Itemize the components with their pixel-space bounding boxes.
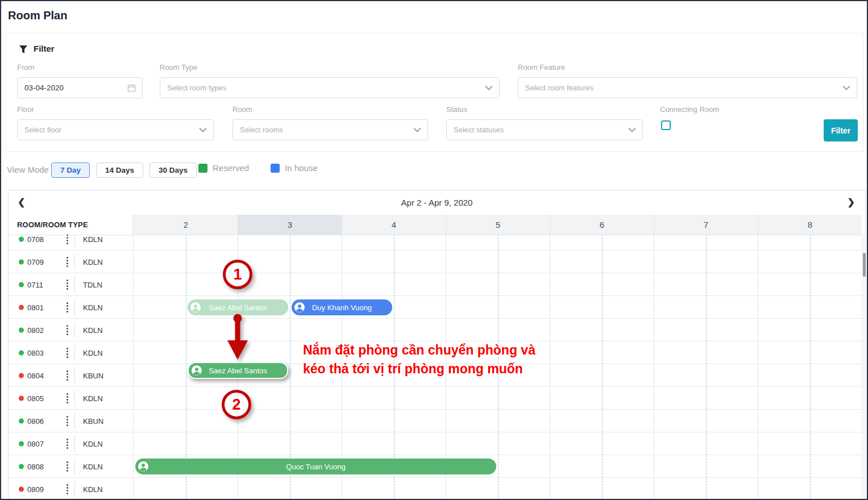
chevron-down-icon: [628, 127, 636, 132]
room-row: 0708KDLN: [9, 235, 865, 251]
legend-label: In house: [285, 163, 318, 173]
kebab-menu-icon[interactable]: [65, 324, 69, 336]
kebab-dot: [67, 280, 68, 281]
day-header-cell[interactable]: 3: [238, 215, 342, 235]
room-status-dot: [19, 327, 24, 332]
kebab-menu-icon[interactable]: [65, 460, 69, 473]
legend-item: In house: [271, 163, 318, 173]
day-header-cell[interactable]: 4: [342, 215, 446, 235]
annotation-step1-circle: 1: [223, 260, 252, 289]
room-row: 0805KDLN: [9, 387, 865, 410]
room-feature-placeholder: Select room features: [525, 84, 593, 92]
kebab-dot: [67, 282, 68, 284]
calendar-nav: ❮ Apr 2 - Apr 9, 2020 ❯: [9, 190, 865, 215]
kebab-dot: [67, 328, 68, 330]
kebab-dot: [67, 484, 68, 486]
kebab-menu-icon[interactable]: [65, 347, 69, 359]
kebab-dot: [67, 376, 68, 378]
vertical-scrollbar[interactable]: [862, 235, 866, 500]
legend-item: Reserved: [198, 163, 249, 173]
calendar-icon: [127, 84, 136, 92]
kebab-menu-icon[interactable]: [65, 392, 69, 405]
kebab-dot: [67, 325, 68, 327]
room-type-code: KBUN: [83, 416, 103, 425]
filter-button[interactable]: Filter: [824, 119, 858, 141]
kebab-dot: [67, 470, 68, 472]
scrollbar-thumb[interactable]: [863, 253, 866, 277]
annotation-note-line2: kéo thả tới vị trí phòng mong muốn: [303, 360, 535, 378]
kebab-dot: [67, 399, 68, 401]
kebab-dot: [67, 444, 68, 446]
room-status-dot: [19, 259, 24, 264]
room-type-code: KBUN: [83, 371, 103, 380]
day-header-cell[interactable]: 8: [758, 215, 862, 235]
cell-divider: [74, 345, 75, 361]
room-number: 0804: [27, 371, 44, 380]
room-number: 0805: [27, 394, 44, 402]
room-type-select[interactable]: Select room types: [160, 77, 500, 98]
room-row: 0801KDLN: [9, 296, 865, 319]
kebab-dot: [67, 439, 68, 440]
chevron-down-icon: [842, 85, 850, 90]
kebab-menu-icon[interactable]: [65, 301, 69, 314]
kebab-dot: [67, 331, 68, 332]
room-feature-select[interactable]: Select room features: [518, 77, 857, 98]
booking-bar[interactable]: Quoc Tuan Vuong: [135, 459, 496, 474]
status-select[interactable]: Select statuses: [446, 119, 643, 140]
kebab-menu-icon[interactable]: [65, 235, 69, 245]
room-number: 0711: [27, 280, 43, 289]
room-type-code: KDLN: [83, 439, 103, 448]
room-select[interactable]: Select rooms: [232, 119, 428, 140]
kebab-menu-icon[interactable]: [65, 483, 69, 495]
day-header-cell[interactable]: 2: [134, 215, 238, 235]
kebab-dot: [67, 493, 68, 494]
floor-select[interactable]: Select floor: [17, 119, 214, 140]
next-week-button[interactable]: ❯: [848, 197, 855, 207]
day-header-cell[interactable]: 5: [446, 215, 550, 235]
room-type-column-header: ROOM/ROOM TYPE: [9, 215, 133, 235]
status-placeholder: Select statuses: [454, 126, 504, 134]
view-mode-option[interactable]: 7 Day: [51, 163, 90, 178]
kebab-menu-icon[interactable]: [65, 415, 69, 427]
kebab-dot: [67, 464, 68, 466]
kebab-menu-icon[interactable]: [65, 256, 69, 268]
room-status-dot: [19, 236, 24, 241]
day-header-cell[interactable]: 7: [654, 215, 758, 235]
kebab-menu-icon[interactable]: [65, 369, 69, 382]
kebab-dot: [67, 356, 68, 358]
from-date-input[interactable]: 03-04-2020: [17, 77, 143, 98]
day-header: ROOM/ROOM TYPE 2345678: [9, 215, 865, 235]
cell-divider: [74, 390, 75, 406]
booking-bar[interactable]: Duy Khanh Vuong: [292, 299, 392, 315]
kebab-dot: [67, 235, 68, 236]
view-mode-option[interactable]: 30 Days: [149, 163, 197, 178]
cell-divider: [74, 322, 75, 338]
room-status-dot: [19, 305, 24, 310]
guest-name: Saez Abel Santos: [209, 303, 267, 312]
room-plan-page: Room Plan Filter From 03-04-2020 Room Ty…: [0, 0, 868, 500]
booking-bar[interactable]: Saez Abel Santos: [188, 362, 288, 379]
grid-noon-line: [602, 235, 603, 500]
room-feature-label: Room Feature: [518, 63, 565, 72]
kebab-dot: [67, 461, 68, 463]
kebab-dot: [67, 487, 68, 489]
room-type-placeholder: Select room types: [167, 84, 226, 92]
kebab-dot: [67, 393, 68, 395]
column-divider: [133, 235, 134, 500]
kebab-menu-icon[interactable]: [65, 438, 69, 450]
room-placeholder: Select rooms: [240, 126, 283, 134]
room-row: 0807KDLN: [9, 432, 865, 455]
kebab-menu-icon[interactable]: [65, 278, 69, 291]
from-label: From: [17, 63, 34, 72]
date-range-label: Apr 2 - Apr 9, 2020: [9, 198, 865, 207]
connecting-room-checkbox[interactable]: [661, 120, 671, 130]
chevron-down-icon: [413, 127, 421, 132]
room-number: 0709: [27, 257, 44, 266]
view-mode-option[interactable]: 14 Days: [96, 163, 143, 178]
legend-swatch: [271, 164, 280, 173]
room-row: 0709KDLN: [9, 251, 865, 273]
room-number: 0806: [27, 416, 44, 425]
day-header-cell[interactable]: 6: [550, 215, 654, 235]
room-number: 0807: [27, 439, 44, 448]
room-number: 0708: [27, 235, 44, 243]
